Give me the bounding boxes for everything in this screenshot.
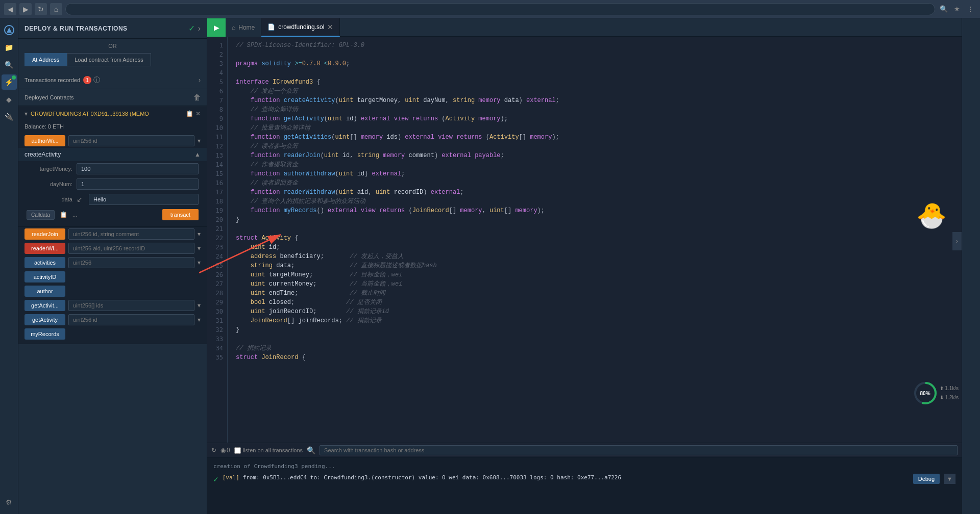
reader-join-button[interactable]: readerJoin xyxy=(24,228,65,240)
remix-logo-icon xyxy=(4,25,14,35)
day-num-input[interactable] xyxy=(77,178,199,190)
code-line-14: // 作者提取资金 xyxy=(236,160,953,169)
url-bar[interactable]: https://remix.ethereum.org/#optimize=fal… xyxy=(65,3,935,15)
checkmark-button[interactable]: ✓ xyxy=(188,23,195,33)
solidity-icon: ◆ xyxy=(6,95,12,104)
target-money-label: targetMoney: xyxy=(27,166,72,172)
create-activity-collapse-icon[interactable]: ▲ xyxy=(194,151,201,158)
target-money-input[interactable] xyxy=(77,163,199,174)
reader-wi-button[interactable]: readerWi... xyxy=(24,243,65,254)
code-line-3: pragma solidity >=0.7.0 <0.9.0; xyxy=(236,59,953,68)
or-divider: OR xyxy=(18,39,207,53)
activities-input[interactable] xyxy=(68,257,194,268)
browser-chrome: ◀ ▶ ↻ ⌂ https://remix.ethereum.org/#opti… xyxy=(0,0,980,18)
data-input[interactable] xyxy=(89,194,199,205)
get-activity-button[interactable]: getActivity xyxy=(24,314,65,325)
activities-chevron[interactable]: ▾ xyxy=(198,259,201,266)
author-wi-input[interactable] xyxy=(68,135,194,146)
author-wi-button[interactable]: authorWi... xyxy=(24,135,65,146)
code-line-29: bool closed; // 是否关闭 xyxy=(236,298,953,307)
load-contract-button[interactable]: Load contract from Address xyxy=(67,53,151,66)
bookmark-button[interactable]: ★ xyxy=(951,4,963,15)
console-listen-button[interactable]: ◉ 0 xyxy=(220,447,230,454)
panel-header: DEPLOY & RUN TRANSACTIONS ✓ › xyxy=(18,18,207,39)
close-contract-button[interactable]: ✕ xyxy=(195,110,201,117)
home-tab-label: Home xyxy=(238,24,255,31)
console-count: 0 xyxy=(227,447,230,454)
sidebar-item-search[interactable]: 🔍 xyxy=(2,57,17,72)
console-search-input[interactable] xyxy=(320,445,958,455)
sidebar-item-solidity[interactable]: ◆ xyxy=(2,92,17,107)
get-activit-chevron[interactable]: ▾ xyxy=(198,302,201,309)
get-activit-button[interactable]: getActivit... xyxy=(24,300,65,311)
listen-label: listen on all transactions xyxy=(243,447,303,453)
sidebar-item-plugin[interactable]: 🔌 xyxy=(2,109,17,124)
at-address-button[interactable]: At Address xyxy=(24,53,67,66)
scroll-right-button[interactable]: › xyxy=(952,232,962,250)
copy-calldata-icon[interactable]: 📋 xyxy=(60,211,67,218)
my-records-button[interactable]: myRecords xyxy=(24,328,65,340)
info-icon[interactable]: ⓘ xyxy=(93,75,100,85)
code-line-18: // 查询个人的捐款记录和参与的众筹活动 xyxy=(236,197,953,206)
sidebar-item-logo[interactable] xyxy=(2,22,17,38)
debug-button[interactable]: Debug xyxy=(913,474,940,484)
transactions-count-badge: 1 xyxy=(83,76,91,84)
line-numbers: 12345 678910 1112131415 1617181920 21222… xyxy=(207,37,228,443)
forward-button[interactable]: ▶ xyxy=(19,3,32,15)
listen-checkbox[interactable] xyxy=(234,447,241,454)
code-content[interactable]: // SPDX-License-Identifier: GPL-3.0 prag… xyxy=(228,37,962,443)
reader-wi-chevron[interactable]: ▾ xyxy=(198,245,201,252)
settings-icon: ⚙ xyxy=(6,498,12,506)
code-line-1: // SPDX-License-Identifier: GPL-3.0 xyxy=(236,41,953,50)
copy-address-button[interactable]: 📋 xyxy=(186,110,193,117)
console-refresh-button[interactable]: ↻ xyxy=(211,447,216,454)
contract-collapse-icon[interactable]: ▾ xyxy=(24,110,28,117)
transactions-recorded-label: Transactions recorded xyxy=(24,77,80,83)
code-line-26: uint targetMoney; // 目标金额，wei xyxy=(236,270,953,279)
tab-close-icon[interactable]: ✕ xyxy=(327,23,333,31)
deploy-icon: ⚡ xyxy=(5,78,13,86)
icon-sidebar: 📁 🔍 ⚡ ◆ 🔌 ⚙ xyxy=(0,18,18,514)
expand-transactions-icon[interactable]: › xyxy=(199,76,201,84)
menu-button[interactable]: ⋮ xyxy=(965,4,976,15)
calldata-button[interactable]: Calldata xyxy=(27,210,55,220)
activity-id-button[interactable]: activityID xyxy=(24,271,65,282)
code-line-35: struct JoinRecord { xyxy=(236,353,953,362)
chevron-right-button[interactable]: › xyxy=(198,23,201,33)
activity-id-row: activityID xyxy=(18,270,207,284)
code-line-17: function readerWithdraw(uint aid, uint r… xyxy=(236,188,953,197)
activities-button[interactable]: activities xyxy=(24,257,65,268)
reader-join-input[interactable] xyxy=(68,228,194,240)
code-line-30: uint joinRecordID; // 捐款记录id xyxy=(236,307,953,316)
extensions-button[interactable]: 🔍 xyxy=(938,4,949,15)
main-area: ▶ ⌂ Home 📄 crowdfunding.sol ✕ 12345 6789… xyxy=(207,18,962,514)
create-activity-title: createActivity xyxy=(24,151,61,158)
target-money-row: targetMoney: xyxy=(18,161,207,176)
reader-wi-input[interactable] xyxy=(68,243,194,254)
tab-crowdfunding[interactable]: 📄 crowdfunding.sol ✕ xyxy=(261,18,340,37)
get-activity-chevron[interactable]: ▾ xyxy=(198,316,201,323)
author-button[interactable]: author xyxy=(24,286,65,297)
get-activit-input[interactable] xyxy=(68,300,194,311)
get-activity-input[interactable] xyxy=(68,314,194,325)
listen-checkbox-label[interactable]: listen on all transactions xyxy=(234,447,303,454)
console-success-content: [val] from: 0x5B3...eddC4 to: Crowdfundi… xyxy=(223,474,621,482)
sidebar-item-files[interactable]: 📁 xyxy=(2,40,17,55)
code-line-10: // 批量查询众筹详情 xyxy=(236,123,953,133)
reader-join-chevron[interactable]: ▾ xyxy=(198,230,201,238)
run-button[interactable]: ▶ xyxy=(207,18,226,37)
back-button[interactable]: ◀ xyxy=(4,3,16,15)
debug-chevron-button[interactable]: ▼ xyxy=(944,474,955,484)
code-line-19: function myRecords() external view retur… xyxy=(236,206,953,215)
transact-button[interactable]: transact xyxy=(162,209,199,220)
sidebar-item-deploy[interactable]: ⚡ xyxy=(2,74,17,90)
refresh-button[interactable]: ↻ xyxy=(35,3,47,15)
tab-home[interactable]: ⌂ Home xyxy=(226,18,261,37)
delete-deployed-icon[interactable]: 🗑 xyxy=(193,93,201,101)
more-options-icon[interactable]: ... xyxy=(72,211,78,218)
console-output: creation of Crowdfunding3 pending... ✓ [… xyxy=(207,458,962,514)
sidebar-item-settings[interactable]: ⚙ xyxy=(2,495,17,510)
code-line-27: uint currentMoney; // 当前金额，wei xyxy=(236,279,953,289)
home-button[interactable]: ⌂ xyxy=(50,3,62,15)
author-wi-chevron[interactable]: ▾ xyxy=(198,137,201,144)
